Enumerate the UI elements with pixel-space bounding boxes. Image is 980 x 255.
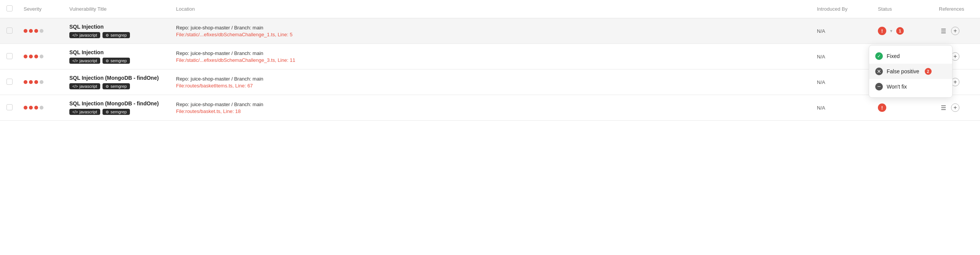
gear-icon: ⚙ [106, 84, 109, 89]
tag-javascript: </> javascript [69, 83, 100, 89]
location-cell: Repo: juice-shop-master / Branch: main F… [171, 44, 812, 69]
repo-info: Repo: juice-shop-master / Branch: main [176, 102, 808, 107]
row-checkbox[interactable] [6, 79, 13, 85]
severity-dots [24, 29, 60, 33]
alert-icon[interactable]: ! [878, 103, 886, 112]
col-header-introduced: Introduced By [812, 0, 873, 18]
severity-dots [24, 55, 60, 58]
repo-info: Repo: juice-shop-master / Branch: main [176, 50, 808, 56]
dropdown-arrow[interactable]: ▾ [889, 27, 894, 34]
gear-icon: ⚙ [106, 110, 109, 114]
col-header-severity: Severity [19, 0, 65, 18]
dropdown-item-wont-fix[interactable]: − Won't fix [869, 79, 952, 94]
row-checkbox[interactable] [6, 27, 13, 34]
tag-list: </> javascript ⚙ semgrep [69, 58, 167, 64]
code-icon: </> [72, 59, 78, 63]
severity-dot [40, 106, 43, 110]
col-header-checkbox [0, 0, 19, 18]
severity-dot [29, 55, 33, 58]
status-cell-container: ! ▾ 1 ✓ Fixed ✕ False positive [873, 18, 934, 44]
row-checkbox-cell [0, 18, 19, 44]
table-row: SQL Injection </> javascript ⚙ semgrep R… [0, 18, 980, 44]
vulnerability-title: SQL Injection [69, 24, 167, 30]
notes-icon[interactable]: ☰ [939, 103, 948, 112]
dropdown-item-false-positive[interactable]: ✕ False positive 2 [869, 64, 952, 79]
severity-dot [24, 29, 27, 33]
col-header-location: Location [171, 0, 812, 18]
severity-dots [24, 106, 60, 110]
code-icon: </> [72, 84, 78, 89]
col-header-title: Vulnerability Title [65, 0, 171, 18]
severity-dot [40, 29, 43, 33]
tag-semgrep: ⚙ semgrep [102, 58, 130, 64]
introduced-by-value: N/A [817, 28, 825, 34]
tag-list: </> javascript ⚙ semgrep [69, 32, 167, 38]
tag-list: </> javascript ⚙ semgrep [69, 83, 167, 89]
introduced-by-cell: N/A [812, 69, 873, 95]
status-cell-container: ! [873, 95, 934, 121]
file-link[interactable]: File:/static/...efixes/dbSchemaChallenge… [176, 57, 808, 63]
fixed-icon: ✓ [875, 52, 883, 60]
alert-icon[interactable]: ! [878, 27, 886, 35]
row-checkbox-cell [0, 69, 19, 95]
col-header-status: Status [873, 0, 934, 18]
location-cell: Repo: juice-shop-master / Branch: main F… [171, 95, 812, 121]
severity-dot [34, 106, 38, 110]
tag-javascript: </> javascript [69, 32, 100, 38]
tag-javascript: </> javascript [69, 58, 100, 64]
add-reference-button[interactable]: + [951, 103, 959, 112]
fixed-label: Fixed [887, 53, 900, 59]
file-link[interactable]: File:routes/basketItems.ts, Line: 67 [176, 83, 808, 89]
severity-cell [19, 69, 65, 95]
status-controls: ! [878, 103, 930, 112]
references-cell: ☰ + [934, 18, 980, 44]
severity-dot [29, 29, 33, 33]
severity-dots [24, 80, 60, 84]
select-all-checkbox[interactable] [6, 5, 13, 11]
severity-dot [34, 80, 38, 84]
col-header-references: References [934, 0, 980, 18]
vulnerability-title: SQL Injection (MongoDB - findOne) [69, 100, 167, 107]
title-cell: SQL Injection (MongoDB - findOne) </> ja… [65, 69, 171, 95]
references-cell: ☰ + [934, 95, 980, 121]
notes-icon[interactable]: ☰ [939, 26, 948, 36]
references-controls: ☰ + [939, 26, 975, 36]
false-positive-label: False positive [887, 68, 919, 74]
vulnerability-table: Severity Vulnerability Title Location In… [0, 0, 980, 121]
gear-icon: ⚙ [106, 59, 109, 63]
references-controls: ☰ + [939, 103, 975, 112]
severity-cell [19, 95, 65, 121]
title-cell: SQL Injection </> javascript ⚙ semgrep [65, 44, 171, 69]
table-row: SQL Injection (MongoDB - findOne) </> ja… [0, 95, 980, 121]
introduced-by-cell: N/A [812, 18, 873, 44]
add-reference-button[interactable]: + [951, 27, 959, 35]
severity-dot [24, 106, 27, 110]
file-link[interactable]: File:/static/...efixes/dbSchemaChallenge… [176, 32, 808, 37]
severity-dot [40, 55, 43, 58]
dropdown-item-fixed[interactable]: ✓ Fixed [869, 48, 952, 64]
severity-dot [34, 29, 38, 33]
table-row: SQL Injection (MongoDB - findOne) </> ja… [0, 69, 980, 95]
tag-javascript: </> javascript [69, 109, 100, 115]
tag-list: </> javascript ⚙ semgrep [69, 109, 167, 115]
status-dropdown-menu: ✓ Fixed ✕ False positive 2 − Won't fix [869, 45, 953, 98]
severity-cell [19, 18, 65, 44]
status-badge-count: 1 [896, 27, 904, 35]
severity-dot [34, 55, 38, 58]
introduced-by-value: N/A [817, 79, 825, 85]
introduced-by-cell: N/A [812, 44, 873, 69]
introduced-by-value: N/A [817, 54, 825, 60]
row-checkbox[interactable] [6, 104, 13, 110]
severity-dot [29, 80, 33, 84]
repo-info: Repo: juice-shop-master / Branch: main [176, 76, 808, 82]
row-checkbox[interactable] [6, 53, 13, 59]
row-checkbox-cell [0, 44, 19, 69]
vulnerability-title: SQL Injection (MongoDB - findOne) [69, 75, 167, 81]
vulnerability-title: SQL Injection [69, 49, 167, 55]
location-cell: Repo: juice-shop-master / Branch: main F… [171, 18, 812, 44]
severity-dot [24, 80, 27, 84]
false-positive-badge: 2 [925, 68, 932, 75]
file-link[interactable]: File:routes/basket.ts, Line: 18 [176, 108, 808, 114]
false-positive-icon: ✕ [875, 68, 883, 75]
introduced-by-cell: N/A [812, 95, 873, 121]
